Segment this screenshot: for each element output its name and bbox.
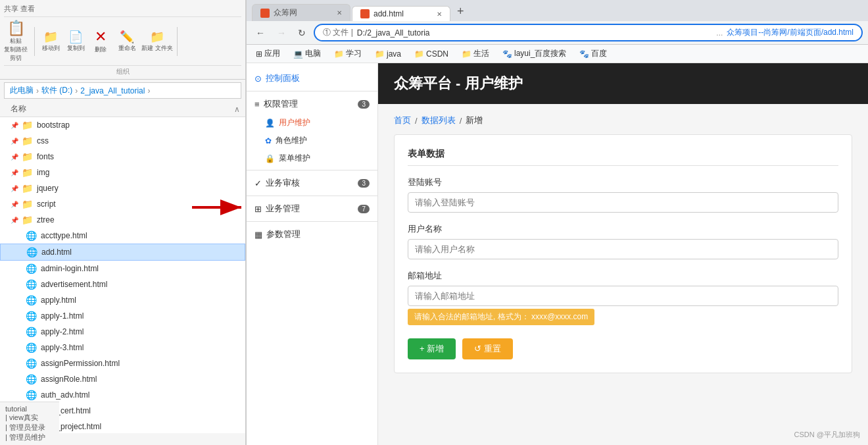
list-item[interactable]: 📌📁ztree [0,212,245,228]
list-item[interactable]: 📌📁jquery [0,180,245,196]
address-highlight: 众筹项目--尚筹网/前端页面/add.html [727,27,854,38]
nav-group-header-params[interactable]: ▦ 参数管理 [247,224,377,244]
folder-icon: 📁 [21,182,33,194]
control-panel-label: 控制面板 [266,72,300,84]
bookmark-layui[interactable]: 🐾layui_百度搜索 [498,47,570,61]
explorer-left-panel-info: tutorial | view真实 | 管理员登录 | 管理员维护 [0,402,59,445]
copy-button[interactable]: 📄 复制到 [64,30,87,53]
new-tab-button[interactable]: + [452,5,470,18]
add-button[interactable]: + 新增 [408,338,456,359]
user-maintenance-label: 用户维护 [279,117,310,128]
apps-icon: ⊞ [256,49,262,59]
folder-icon: 📁 [21,151,33,163]
breadcrumb-home[interactable]: 首页 [394,115,411,126]
breadcrumb-datalist[interactable]: 数据列表 [422,115,456,126]
list-item[interactable]: 🌐assignRole.html [0,371,245,387]
delete-button[interactable]: ✕ 删除 [89,28,112,54]
rename-icon: ✏️ [120,30,134,44]
explorer-breadcrumb[interactable]: 此电脑 › 软件 (D:) › 2_java_All_tutorial › [4,82,241,99]
list-item[interactable]: 🌐apply-1.html [0,308,245,324]
bookmark-pc[interactable]: 💻电脑 [289,47,325,61]
email-label: 邮箱地址 [408,270,838,282]
html-icon: 🌐 [25,373,37,385]
list-item-add[interactable]: 🌐add.html [0,244,245,261]
bookmark-csdn[interactable]: 📁CSDN [410,48,452,60]
forward-button[interactable]: → [273,26,290,40]
list-item[interactable]: 🌐assignPermission.html [0,355,245,371]
tab-add-html[interactable]: add.html ✕ [352,6,450,21]
bookmark-apps[interactable]: ⊞应用 [252,47,284,61]
bookmark-baidu[interactable]: 🐾百度 [575,47,611,61]
breadcrumb-this-pc[interactable]: 此电脑 [10,85,34,96]
rename-button[interactable]: ✏️ 重命名 [114,30,140,53]
list-item[interactable]: 🌐accttype.html [0,228,245,244]
new-folder-button[interactable]: 📁 新建 文件夹 [141,30,173,53]
management-icon: ⊞ [254,204,262,214]
html-icon: 🌐 [25,357,37,369]
pin-icon: 📌 [11,153,18,161]
html-icon: 🌐 [25,278,37,290]
nav-group-permissions: ≡ 权限管理 3 👤 用户维护 ✿ 角色维护 🔒 菜单维护 [247,94,377,167]
nav-sub-menu-maintenance[interactable]: 🔒 菜单维护 [247,149,377,167]
breadcrumb-current: 新增 [466,115,483,126]
role-maintenance-label: 角色维护 [276,135,307,146]
bookmark-java[interactable]: 📁java [371,48,405,60]
list-item[interactable]: 🌐apply.html [0,292,245,308]
control-panel-link[interactable]: ⊙ 控制面板 [247,68,377,88]
form-group-displayname: 用户名称 [408,223,838,259]
address-bar[interactable]: ① 文件 | D:/2_java_All_tutoria ... 众筹项目--尚… [314,24,863,41]
username-input[interactable] [408,192,838,213]
reset-button[interactable]: ↺ 重置 [462,338,513,359]
folder-icon: 📁 [21,198,33,210]
pin-icon: 📌 [11,217,18,224]
html-icon: 🌐 [25,230,37,242]
study-icon: 📁 [334,49,344,59]
java-icon: 📁 [375,49,385,59]
breadcrumb-drive[interactable]: 软件 (D:) [41,85,72,96]
browser-chrome: 众筹网 ✕ add.html ✕ + [247,0,868,21]
close-tab-zhongchou[interactable]: ✕ [337,9,342,16]
list-item[interactable]: 📌📁css [0,133,245,149]
nav-group-header-management[interactable]: ⊞ 业务管理 7 [247,199,377,219]
form-card: 表单数据 登陆账号 用户名称 邮箱地址 请输 [394,134,852,373]
pc-icon: 💻 [293,49,303,59]
role-maintenance-icon: ✿ [265,136,272,145]
nav-sub-role-maintenance[interactable]: ✿ 角色维护 [247,132,377,149]
list-item[interactable]: 🌐advertisement.html [0,276,245,292]
list-item[interactable]: 📌📁script [0,196,245,212]
email-input[interactable] [408,286,838,306]
breadcrumb-sep2: › [75,86,78,95]
back-button[interactable]: ← [252,26,269,40]
list-item[interactable]: 📌📁img [0,165,245,180]
list-item[interactable]: 🌐apply-2.html [0,324,245,340]
list-item[interactable]: 📌📁bootstrap [0,117,245,133]
section-label: 组织 [4,65,241,76]
displayname-input[interactable] [408,239,838,259]
breadcrumb-sep1: / [415,116,418,126]
list-item[interactable]: 🌐apply-3.html [0,340,245,355]
list-item[interactable]: 🌐admin-login.html [0,261,245,276]
toolbar-sep2 [177,27,178,56]
pin-icon: 📌 [11,138,18,145]
menu-maintenance-icon: 🔒 [265,154,275,163]
breadcrumb-folder[interactable]: 2_java_All_tutorial [80,86,145,95]
bookmark-study[interactable]: 📁学习 [330,47,366,61]
nav-group-header-permissions[interactable]: ≡ 权限管理 3 [247,94,377,114]
breadcrumb-sep3: › [147,86,150,95]
list-item[interactable]: 📌📁fonts [0,149,245,165]
paste-group: 📋 粘贴 复制路径 剪切 [4,20,28,63]
bookmark-life[interactable]: 📁生活 [458,47,493,61]
move-button[interactable]: 📁 移动到 [39,30,62,53]
column-name[interactable]: 名称 [11,103,234,115]
tab-zhongchou[interactable]: 众筹网 ✕ [252,4,350,21]
nav-divider4 [247,221,377,222]
breadcrumb-sep1: › [36,86,39,95]
nav-group-header-audit[interactable]: ✓ 业务审核 3 [247,173,377,193]
refresh-button[interactable]: ↻ [294,26,310,40]
delete-icon: ✕ [95,28,107,45]
close-tab-add[interactable]: ✕ [437,11,442,18]
file-list-header: 名称 ∧ [0,101,245,117]
list-item[interactable]: 🌐auth_adv.html [0,387,245,403]
nav-sub-user-maintenance[interactable]: 👤 用户维护 [247,114,377,132]
form-group-username: 登陆账号 [408,176,838,213]
